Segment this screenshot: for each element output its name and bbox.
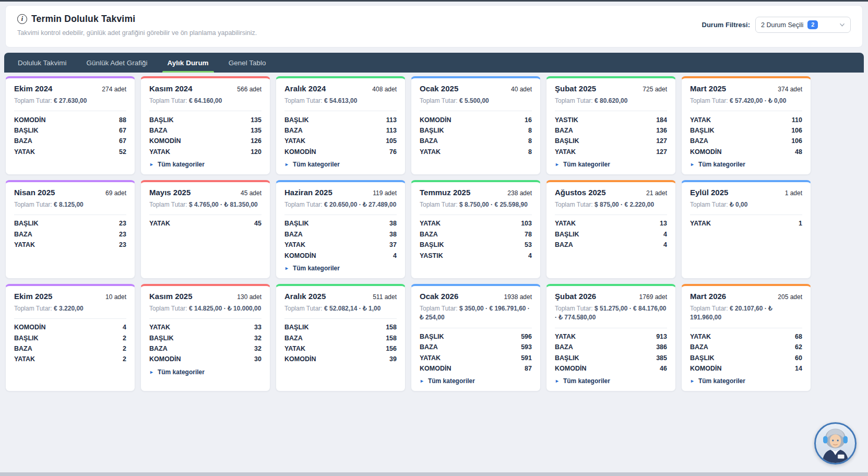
category-row: BAZA62 [690, 342, 802, 352]
total-amount-value: € 3.220,00 [54, 305, 84, 312]
category-name: BAŞLIK [149, 335, 174, 342]
all-categories-label: Tüm kategoriler [563, 161, 610, 168]
category-count: 53 [525, 241, 532, 248]
category-row: YATAK103 [420, 218, 532, 229]
expand-triangle-icon: ► [690, 162, 695, 167]
category-name: BAŞLIK [555, 231, 579, 238]
category-name: KOMODİN [690, 148, 721, 156]
all-categories-link[interactable]: ►Tüm kategoriler [555, 377, 610, 385]
category-row: YATAK127 [555, 147, 667, 157]
status-filter-label: Durum Filtresi: [702, 21, 750, 29]
month-card-nisan-2025: Nisan 202569 adetToplam Tutar: € 8.125,0… [5, 180, 135, 279]
category-name: BAŞLIK [690, 127, 715, 134]
card-header: Şubat 20261769 adet [555, 292, 667, 301]
total-amount-line: Toplam Tutar: $ 8.750,00 · € 25.598,90 [420, 200, 532, 209]
card-divider [690, 215, 802, 215]
month-count-badge: 40 adet [511, 86, 532, 93]
total-amount-label: Toplam Tutar: [690, 201, 728, 208]
category-count: 23 [119, 231, 126, 238]
category-row: BAŞLIK4 [555, 229, 667, 240]
category-count: 23 [119, 241, 126, 248]
month-card-ekim-2025: Ekim 202510 adetToplam Tutar: € 3.220,00… [5, 284, 135, 391]
category-row: BAŞLIK596 [420, 331, 532, 342]
status-filter-select[interactable]: 2 Durum Seçili 2 [755, 17, 851, 33]
category-row: YATAK45 [149, 218, 261, 229]
category-row: KOMODİN46 [555, 363, 667, 374]
category-name: YATAK [690, 220, 711, 227]
month-title: Ocak 2026 [420, 292, 458, 301]
assistant-avatar[interactable] [814, 422, 857, 465]
all-categories-label: Tüm kategoriler [158, 368, 205, 376]
month-title: Şubat 2025 [555, 84, 596, 93]
month-title: Eylül 2025 [690, 188, 728, 197]
card-divider [690, 111, 802, 111]
month-title: Nisan 2025 [14, 188, 55, 197]
total-amount-label: Toplam Tutar: [284, 201, 323, 208]
category-row: BAŞLIK158 [284, 322, 397, 332]
month-count-badge: 21 adet [646, 189, 667, 197]
tab-gunluk-adet-grafigi[interactable]: Günlük Adet Grafiği [81, 53, 153, 73]
category-count: 113 [386, 127, 397, 134]
category-count: 385 [656, 354, 667, 362]
category-row: YATAK105 [284, 136, 397, 146]
all-categories-link[interactable]: ►Tüm kategoriler [284, 161, 340, 168]
category-name: YATAK [14, 355, 35, 363]
total-amount-value: € 20.650,00 · ₺ 27.489,00 [324, 201, 396, 208]
month-card-agustos-2025: Ağustos 202521 adetToplam Tutar: $ 875,0… [546, 180, 676, 279]
app-screen: i Termin Doluluk Takvimi Takvimi kontrol… [0, 0, 868, 476]
total-amount-value: € 52.082,14 · ₺ 1,00 [324, 305, 381, 312]
all-categories-link[interactable]: ►Tüm kategoriler [420, 377, 475, 385]
month-title: Haziran 2025 [284, 188, 332, 197]
page-header: i Termin Doluluk Takvimi Takvimi kontrol… [5, 5, 863, 47]
category-name: BAŞLIK [555, 137, 579, 145]
category-count: 8 [528, 137, 532, 145]
category-row: YATAK13 [555, 218, 667, 229]
total-amount-label: Toplam Tutar: [149, 201, 187, 208]
total-amount-value: $ 875,00 · € 2.220,00 [594, 201, 654, 208]
month-title: Kasım 2025 [149, 292, 193, 301]
category-row: KOMODİN126 [149, 136, 261, 146]
tab-genel-tablo[interactable]: Genel Tablo [223, 53, 271, 73]
total-amount-value: € 64.160,00 [189, 97, 222, 104]
category-row: KOMODİN4 [14, 322, 126, 332]
all-categories-link[interactable]: ►Tüm kategoriler [690, 377, 745, 385]
total-amount-line: Toplam Tutar: € 14.825,00 · ₺ 10.000,00 [149, 304, 261, 313]
category-count: 48 [795, 148, 802, 156]
category-name: YATAK [149, 324, 170, 331]
total-amount-value: € 57.420,00 · ₺ 0,00 [730, 97, 786, 104]
month-card-ocak-2025: Ocak 202540 adetToplam Tutar: € 5.500,00… [411, 76, 541, 175]
category-count: 158 [386, 335, 397, 342]
assistant-avatar-illustration [816, 424, 855, 463]
category-name: BAZA [284, 127, 303, 134]
all-categories-label: Tüm kategoriler [158, 161, 205, 168]
month-title: Mayıs 2025 [149, 188, 191, 197]
category-row: BAZA593 [420, 342, 532, 352]
total-amount-line: Toplam Tutar: $ 350,00 · € 196.791,60 · … [420, 304, 532, 323]
all-categories-link[interactable]: ►Tüm kategoriler [690, 161, 745, 168]
category-count: 596 [521, 333, 532, 340]
category-row: BAZA67 [14, 136, 126, 146]
title-row: i Termin Doluluk Takvimi [17, 14, 257, 25]
card-header: Mayıs 202545 adet [149, 188, 261, 197]
category-row: BAŞLIK32 [149, 333, 261, 343]
card-header: Ağustos 202521 adet [555, 188, 667, 197]
category-row: BAZA386 [555, 342, 667, 352]
all-categories-link[interactable]: ►Tüm kategoriler [149, 161, 205, 168]
total-amount-label: Toplam Tutar: [14, 305, 52, 312]
tab-aylik-durum[interactable]: Aylık Durum [162, 53, 214, 73]
month-card-eylul-2025: Eylül 20251 adetToplam Tutar: ₺ 0,00YATA… [681, 180, 811, 279]
all-categories-link[interactable]: ►Tüm kategoriler [149, 368, 205, 376]
category-count: 158 [386, 324, 397, 331]
total-amount-label: Toplam Tutar: [420, 305, 458, 312]
category-row: KOMODİN76 [284, 147, 397, 157]
category-row: BAZA113 [284, 125, 397, 136]
category-row: BAŞLIK8 [420, 125, 532, 136]
month-title: Aralık 2024 [284, 84, 326, 93]
total-amount-line: Toplam Tutar: € 8.125,00 [14, 200, 126, 209]
expand-triangle-icon: ► [420, 378, 424, 384]
all-categories-link[interactable]: ►Tüm kategoriler [555, 161, 610, 168]
tab-doluluk-takvimi[interactable]: Doluluk Takvimi [13, 53, 72, 73]
category-count: 113 [386, 116, 397, 124]
all-categories-link[interactable]: ►Tüm kategoriler [284, 265, 340, 272]
card-divider [555, 215, 667, 215]
